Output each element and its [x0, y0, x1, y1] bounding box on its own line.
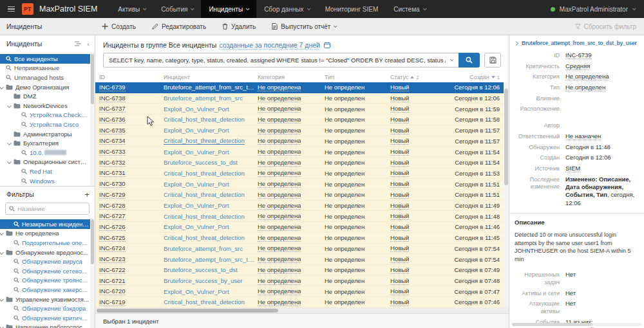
incident-id-link[interactable]: INC-6723	[99, 255, 126, 263]
incident-id-link[interactable]: INC-6728	[99, 202, 126, 210]
incident-name-link[interactable]: Critical_host_threat_detection	[164, 298, 245, 305]
detail-field-value[interactable]: SIEM	[565, 165, 580, 173]
detail-field-value[interactable]: Средняя	[565, 62, 590, 71]
nav-item-3[interactable]: Инциденты	[201, 0, 256, 18]
incident-status[interactable]: Новый	[390, 169, 409, 177]
incident-id-link[interactable]: INC-6727	[99, 212, 126, 220]
incident-name-link[interactable]: Bruteforce_attempt_from_src_to_dst_by_us…	[164, 256, 255, 263]
table-row[interactable]: INC-6736Critical_host_threat_detectionНе…	[95, 114, 509, 125]
tree-item[interactable]: Непривязанные	[0, 64, 95, 73]
chevron-expanded-icon[interactable]	[0, 231, 4, 235]
hamburger-menu-icon[interactable]	[0, 0, 22, 18]
tree-item[interactable]: Обнаружение вредонос...	[0, 248, 95, 257]
incident-category[interactable]: Не определена	[258, 298, 301, 306]
table-row[interactable]: INC-6739Bruteforce_attempt_from_src_to_d…	[95, 82, 509, 93]
toolbar-button-2[interactable]: Редактировать	[152, 23, 206, 30]
incident-status[interactable]: Новый	[390, 234, 409, 242]
tree-item[interactable]: Обнаружение троянс...	[0, 276, 95, 286]
incident-category[interactable]: Не определена	[258, 244, 301, 252]
column-header-id[interactable]: ID	[99, 74, 164, 80]
incident-category[interactable]: Не определена	[258, 212, 301, 220]
filter-search-box[interactable]	[5, 203, 90, 215]
incident-name-link[interactable]: Bruteforce_success_by_user	[164, 277, 243, 284]
incident-name-link[interactable]: Bruteforce_attempt_from_src	[164, 245, 243, 252]
incident-status[interactable]: Новый	[390, 202, 409, 210]
incident-category[interactable]: Не определена	[258, 223, 301, 231]
tree-item[interactable]: Обнаружение бэкдора	[0, 304, 95, 313]
reset-filter-button[interactable]: Сбросить фильтр	[569, 23, 644, 30]
table-row[interactable]: INC-6730Exploit_On_Vulner_PortНе определ…	[95, 179, 509, 190]
tree-item[interactable]: DMZ	[0, 91, 95, 101]
incident-id-link[interactable]: INC-6729	[99, 191, 126, 199]
incident-title[interactable]: Bruteforce_attempt_from_src_to_dst_by_us…	[522, 40, 637, 46]
incident-status[interactable]: Новый	[390, 212, 409, 220]
incident-category[interactable]: Не определена	[258, 148, 301, 156]
toolbar-button-1[interactable]: Создать	[102, 23, 136, 30]
tree-item[interactable]: Устройства Checkpoint	[0, 111, 95, 120]
table-row[interactable]: INC-6725Critical_host_threat_detectionНе…	[95, 233, 509, 244]
tree-item[interactable]: Незакрытые инциденты	[0, 219, 95, 229]
tree-item[interactable]: Нарушение работоспос...	[0, 323, 95, 328]
table-row[interactable]: INC-6729Critical_host_threat_detectionНе…	[95, 190, 509, 201]
incident-category[interactable]: Не определена	[258, 159, 301, 167]
chevron-expanded-icon[interactable]	[7, 159, 12, 164]
table-horizontal-scrollbar[interactable]	[95, 308, 509, 313]
incident-id-link[interactable]: INC-6719	[99, 298, 126, 306]
incident-status[interactable]: Новый	[390, 266, 409, 274]
incident-id-link[interactable]: INC-6721	[99, 277, 126, 285]
incident-id-link[interactable]: INC-6726	[99, 223, 126, 231]
table-row[interactable]: INC-6732Bruteforce_success_to_dstНе опре…	[95, 158, 509, 169]
detail-field-value[interactable]: Не определен	[565, 84, 605, 92]
incident-name-link[interactable]: Exploit_On_Vulner_Port	[164, 223, 229, 230]
toolbar-button-4[interactable]: Выпустить отчёт	[272, 23, 336, 30]
table-row[interactable]: INC-6722Bruteforce_success_to_dstНе опре…	[95, 265, 509, 276]
incident-name-link[interactable]: Exploit_On_Vulner_Port	[164, 202, 229, 209]
collapse-sidebar-icon[interactable]: ‹	[87, 41, 90, 48]
incident-name-link[interactable]: Exploit_On_Vulner_Port	[164, 127, 229, 134]
chevron-expanded-icon[interactable]	[7, 141, 12, 145]
table-row[interactable]: INC-6735Exploit_On_Vulner_PortНе определ…	[95, 125, 509, 136]
incident-id-link[interactable]: INC-6720	[99, 287, 126, 295]
table-row[interactable]: INC-6728Exploit_On_Vulner_PortНе определ…	[95, 201, 509, 212]
incident-name-link[interactable]: Bruteforce_success_to_dst	[164, 266, 238, 273]
created-period-link[interactable]: созданные за последние 7 дней	[219, 41, 320, 50]
tree-item[interactable]: NetworkDevices	[0, 101, 95, 111]
incident-name-link[interactable]: Critical_host_threat_detection	[164, 116, 245, 123]
tree-item[interactable]: Операционные системы	[0, 158, 95, 167]
incident-category[interactable]: Не определена	[258, 287, 301, 295]
tree-item[interactable]: Подозрительные опе...	[0, 238, 95, 248]
incident-id-link[interactable]: INC-6735	[99, 127, 126, 134]
save-query-button[interactable]	[484, 53, 501, 68]
tree-item[interactable]: Обнаружение вируса	[0, 257, 95, 266]
incident-status[interactable]: Новый	[390, 148, 409, 156]
tree-item[interactable]: Обнаружение критич...	[0, 313, 95, 323]
table-row[interactable]: INC-6726Exploit_On_Vulner_PortНе определ…	[95, 222, 509, 233]
incident-status[interactable]: Новый	[390, 159, 409, 167]
tree-item[interactable]: Не определена	[0, 229, 95, 239]
run-query-button[interactable]	[459, 53, 480, 68]
table-row[interactable]: INC-6719Critical_host_threat_detectionНе…	[95, 297, 509, 308]
incident-name-link[interactable]: Critical_host_threat_detection	[164, 137, 245, 145]
incident-category[interactable]: Не определена	[258, 95, 301, 102]
tree-item[interactable]: Red Hat	[0, 167, 95, 176]
incident-id-link[interactable]: INC-6731	[99, 169, 126, 177]
nav-item-6[interactable]: Система	[386, 0, 433, 18]
toolbar-button-3[interactable]: Удалить	[222, 23, 256, 30]
table-row[interactable]: INC-6731Critical_host_threat_detectionНе…	[95, 169, 509, 179]
column-header-статус[interactable]: Статус2	[390, 74, 443, 80]
tree-sort-icon[interactable]	[75, 41, 81, 46]
table-vertical-scrollbar[interactable]	[504, 82, 509, 308]
incident-name-link[interactable]: Exploit_On_Vulner_Port	[164, 288, 229, 295]
tree-item[interactable]: 10.0.	[0, 148, 95, 158]
column-header-тип[interactable]: Тип	[325, 74, 390, 80]
table-row[interactable]: INC-6733Exploit_On_Vulner_PortНе определ…	[95, 147, 509, 158]
column-header-категория[interactable]: Категория	[258, 74, 325, 80]
incident-status[interactable]: Новый	[390, 244, 409, 252]
column-header-инцидент[interactable]: Инцидент	[164, 74, 258, 80]
incident-category[interactable]: Не определена	[258, 169, 301, 177]
table-row[interactable]: INC-6724Bruteforce_attempt_from_srcНе оп…	[95, 244, 509, 255]
incident-id-link[interactable]: INC-6734	[99, 137, 126, 145]
incident-status[interactable]: Новый	[390, 84, 409, 91]
incident-status[interactable]: Новый	[390, 191, 409, 199]
details-horizontal-scrollbar[interactable]	[512, 323, 641, 326]
